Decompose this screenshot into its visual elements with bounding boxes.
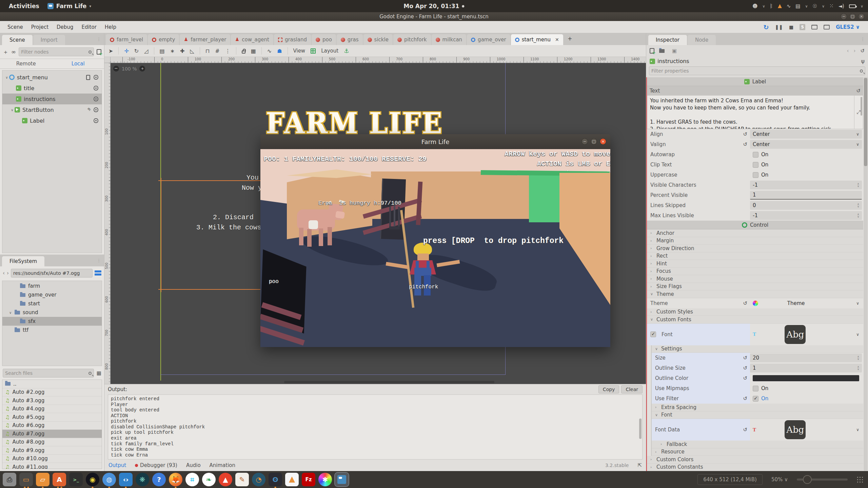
app-menu[interactable]: Farm Life ▾ [43,3,95,9]
revert-icon[interactable]: ↺ [743,375,750,381]
stop-icon[interactable]: ■ [789,24,793,30]
file-item-up[interactable]: .. [2,380,102,388]
play-reload-icon[interactable]: ↻ [764,23,769,31]
game-window[interactable]: Farm Life − □ × [260,134,610,347]
load-resource-icon[interactable] [659,49,665,53]
collapse-arrow-icon[interactable]: ∨ [9,311,15,314]
taskbar-files-icon[interactable]: ▱ [36,473,50,486]
theme-resource[interactable]: Theme∨ [750,299,862,308]
fold-custom-constants[interactable]: ›Custom Constants [647,464,863,471]
taskbar-terminal-icon[interactable]: >_ [69,473,83,486]
minimize-button[interactable]: − [841,13,847,20]
taskbar-chromium-icon[interactable]: ◍ [102,473,116,486]
scene-tab-pitchfork[interactable]: pitchfork [393,34,431,45]
vlc-cone-icon[interactable] [778,4,782,8]
selection-handle-icon[interactable] [158,287,164,292]
taskbar-filezilla-icon[interactable]: Fz [302,473,315,486]
text-property-value[interactable]: You inherited the farm with 2 Cows Erna … [647,96,854,129]
anchor-icon[interactable]: ⚓ [344,47,349,54]
history-forward-icon[interactable]: › [853,48,855,54]
fold-extra-spacing[interactable]: ›Extra Spacing [652,404,863,411]
percent-visible-slider[interactable]: 1 [750,191,862,200]
tree-item-startbutton[interactable]: ∨ StartButton ))) [2,104,102,115]
play-scene-icon[interactable] [811,25,817,29]
font-data-preview[interactable]: Abg [785,420,806,439]
taskbar-notes-icon[interactable]: ✎ [235,473,249,486]
fold-rect[interactable]: ›Rect [647,252,863,260]
zoom-level[interactable]: 100 % [122,66,137,72]
game-minimize-button[interactable]: − [581,138,588,145]
close-button[interactable]: × [858,13,865,20]
taskbar-archive-icon[interactable]: ▭ [19,473,33,486]
valign-dropdown[interactable]: Center∨ [750,140,862,149]
play-html5-icon[interactable]: 5 [800,24,805,30]
forward-icon[interactable]: › [7,270,9,276]
file-item[interactable]: ♫Auto #10.ogg [2,455,102,463]
network-icon[interactable]: ⁙ [829,3,834,9]
size-spin[interactable]: 20∧∨ [750,353,862,362]
layout-menu[interactable]: Layout [321,48,338,54]
maximize-button[interactable]: □ [849,13,856,20]
zoom-slider[interactable] [797,479,848,481]
fold-mouse[interactable]: ›Mouse [647,275,863,283]
canvas-viewport[interactable]: -100 0 100 200 300 400 500 600 700 800 9… [104,57,646,384]
file-item[interactable]: ♫Auto #5.ogg [2,413,102,422]
revert-icon[interactable]: ↺ [743,300,750,306]
collapse-arrow-icon[interactable]: ∨ [10,108,15,112]
local-button[interactable]: Local [52,59,104,68]
property-text-bar[interactable]: Text ↺ [647,86,863,95]
fold-resource[interactable]: ›Resource [652,448,863,456]
folder-start[interactable]: start [2,299,102,308]
zoom-in-button[interactable]: ＋ [139,66,145,72]
visibility-eye-icon[interactable] [94,97,98,101]
scene-tab-empty[interactable]: empty [148,34,179,45]
fold-custom-colors[interactable]: ›Custom Colors [647,456,863,464]
tree-item-title[interactable]: title [2,83,102,94]
tab-node[interactable]: Node [688,35,716,45]
path-field[interactable]: res://sound/sfx/Auto #7.ogg [11,269,93,278]
fold-hint[interactable]: ›Hint [647,260,863,268]
list-select-tool-icon[interactable]: ▤ [160,48,165,54]
file-item[interactable]: ♫Auto #3.ogg [2,396,102,405]
revert-icon[interactable]: ↺ [743,141,750,147]
select-tool-icon[interactable]: ➤ [108,48,113,54]
fold-margin[interactable]: ›Margin [647,237,863,245]
clip-text-checkbox[interactable] [753,162,758,168]
accessibility-icon[interactable]: ☉ [812,3,817,9]
tree-item-instructions[interactable]: instructions [2,94,102,104]
revert-icon[interactable]: ↺ [743,427,750,433]
file-item[interactable]: ♫Auto #9.ogg [2,446,102,455]
inspector-properties[interactable]: Label Text ↺ You inherited the farm with… [646,77,868,471]
textarea-scrollbar[interactable] [861,97,862,116]
scene-tab-cow-agent[interactable]: cow_agent [231,34,273,45]
activities-button[interactable]: Activities [5,3,43,9]
expand-textarea-icon[interactable]: ⤢ [856,109,861,115]
pause-icon[interactable]: ❚❚ [775,24,783,30]
tree-item-start-menu[interactable]: ∨ start_menu [2,72,102,83]
pan-tool-icon[interactable]: ✚ [180,48,184,54]
inspector-tools-icon[interactable]: ψ [861,58,865,64]
dock-options-icon[interactable]: ⋮ [861,37,865,42]
visibility-eye-icon[interactable] [94,107,98,112]
thumbnail-view-icon[interactable]: ▦ [97,370,101,376]
color-swatch[interactable] [753,375,859,381]
game-window-title-bar[interactable]: Farm Life − □ × [260,134,610,149]
scene-tab-farm-level[interactable]: farm_level [106,34,147,45]
tab-scene[interactable]: Scene [2,35,33,45]
audio-plug-icon[interactable]: ∿ [787,3,791,9]
grid-snap-icon[interactable]: # [215,48,219,54]
taskbar-vscode-icon[interactable]: ‹› [119,473,133,486]
scene-tab-grasland[interactable]: grasland [274,34,311,45]
zoom-slider-knob[interactable] [803,475,812,484]
outline-color-picker[interactable] [750,374,862,383]
taskbar-store-icon[interactable]: A [53,473,66,486]
spinner-icons[interactable]: ∧∨ [857,203,859,208]
fold-custom-fonts[interactable]: ∨Custom Fonts [647,316,863,324]
fold-size-flags[interactable]: ›Size Flags [647,283,863,291]
smiley-icon[interactable]: ☻ [752,3,758,9]
move-tool-icon[interactable]: ✛ [124,48,129,54]
spinner-icons[interactable]: ∧∨ [857,183,859,187]
font-preview[interactable]: Abg [785,325,806,344]
canvas-hscrollbar[interactable] [284,381,494,383]
copy-button[interactable]: Copy [598,385,619,393]
